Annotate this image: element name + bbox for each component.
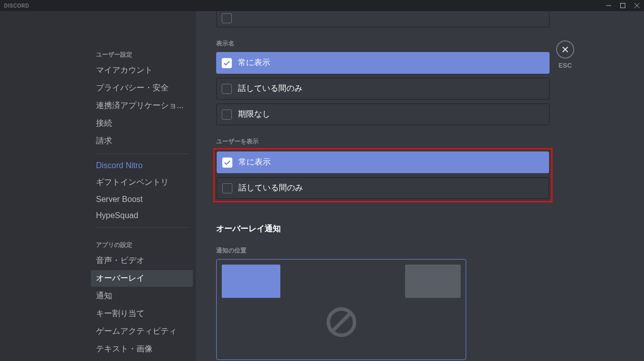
sidebar-item-theme[interactable]: テーマ <box>91 358 193 361</box>
option-label: 話している間のみ <box>238 83 303 94</box>
option-label: 期限なし <box>238 109 270 120</box>
notification-position-picker <box>216 259 466 360</box>
option-while-speaking-user[interactable]: 話している間のみ <box>217 177 549 199</box>
sidebar-item-apps[interactable]: 連携済アプリケーショ... <box>91 97 193 114</box>
option-always-show-user[interactable]: 常に表示 <box>217 151 549 173</box>
app-name: DISCORD <box>4 3 29 9</box>
position-top-left[interactable] <box>222 265 280 298</box>
maximize-button[interactable] <box>616 0 630 11</box>
sidebar-item-my-account[interactable]: マイアカウント <box>91 62 193 79</box>
checkbox-icon <box>222 84 232 94</box>
show-user-group: 常に表示 話している間のみ <box>217 151 549 199</box>
close-label: ESC <box>559 62 572 69</box>
checkbox-icon <box>222 110 232 120</box>
sidebar-item-notifications[interactable]: 通知 <box>91 288 193 304</box>
checkbox-icon <box>222 158 232 168</box>
close-settings-button[interactable]: ESC <box>556 40 574 69</box>
sidebar-separator <box>96 153 188 154</box>
option-label: 話している間のみ <box>238 183 303 193</box>
option-row-truncated[interactable] <box>216 11 550 27</box>
sidebar-section-user: ユーザー設定 <box>91 41 193 62</box>
checkbox-icon <box>222 58 232 68</box>
sidebar-item-gift[interactable]: ギフトインベントリ <box>91 174 193 191</box>
sidebar-item-text-images[interactable]: テキスト・画像 <box>91 341 193 357</box>
option-no-limit[interactable]: 期限なし <box>216 104 550 125</box>
position-label: 通知の位置 <box>216 246 550 255</box>
settings-sidebar: ユーザー設定 マイアカウント プライバシー・安全 連携済アプリケーショ... 接… <box>86 41 196 361</box>
sidebar-item-server-boost[interactable]: Server Boost <box>91 192 193 207</box>
sidebar-item-privacy[interactable]: プライバシー・安全 <box>91 80 193 96</box>
minimize-button[interactable] <box>602 0 616 11</box>
sidebar-item-billing[interactable]: 請求 <box>91 133 193 149</box>
overlay-notification-title: オーバーレイ通知 <box>216 224 550 234</box>
svg-line-7 <box>332 313 351 331</box>
main-container: ユーザー設定 マイアカウント プライバシー・安全 連携済アプリケーショ... 接… <box>0 11 644 361</box>
checkbox-icon <box>222 183 232 193</box>
close-button[interactable] <box>630 0 644 11</box>
sidebar-item-voice[interactable]: 音声・ビデオ <box>91 252 193 269</box>
content-wrapper: 表示名 常に表示 話している間のみ 期限なし ユーザーを表示 <box>196 11 570 360</box>
sidebar-item-keybinds[interactable]: キー割り当て <box>91 305 193 322</box>
option-always-show[interactable]: 常に表示 <box>216 52 550 74</box>
highlight-annotation: 常に表示 話している間のみ <box>213 148 553 202</box>
disable-icon[interactable] <box>326 307 357 337</box>
svg-rect-1 <box>621 4 625 8</box>
sidebar-item-nitro[interactable]: Discord Nitro <box>91 158 193 173</box>
sidebar-section-app: アプリの設定 <box>91 232 193 252</box>
option-label: 常に表示 <box>238 58 270 68</box>
sidebar-item-connections[interactable]: 接続 <box>91 115 193 132</box>
sidebar-item-overlay[interactable]: オーバーレイ <box>91 270 193 287</box>
sidebar-item-hypesquad[interactable]: HypeSquad <box>91 208 193 223</box>
position-top-right[interactable] <box>405 265 461 298</box>
close-icon <box>556 40 574 59</box>
sidebar-separator <box>96 227 188 228</box>
display-name-label: 表示名 <box>216 39 550 48</box>
option-while-speaking[interactable]: 話している間のみ <box>216 78 550 99</box>
option-label: 常に表示 <box>238 157 271 168</box>
sidebar-column: ユーザー設定 マイアカウント プライバシー・安全 連携済アプリケーショ... 接… <box>0 11 196 361</box>
display-name-group: 常に表示 話している間のみ 期限なし <box>216 52 550 125</box>
checkbox-icon <box>222 13 232 23</box>
sidebar-item-game-activity[interactable]: ゲームアクティビティ <box>91 323 193 340</box>
content-column: ESC 表示名 常に表示 話している間のみ <box>196 11 644 361</box>
show-user-label: ユーザーを表示 <box>216 137 550 146</box>
titlebar: DISCORD <box>0 0 644 11</box>
window-controls <box>602 0 644 11</box>
